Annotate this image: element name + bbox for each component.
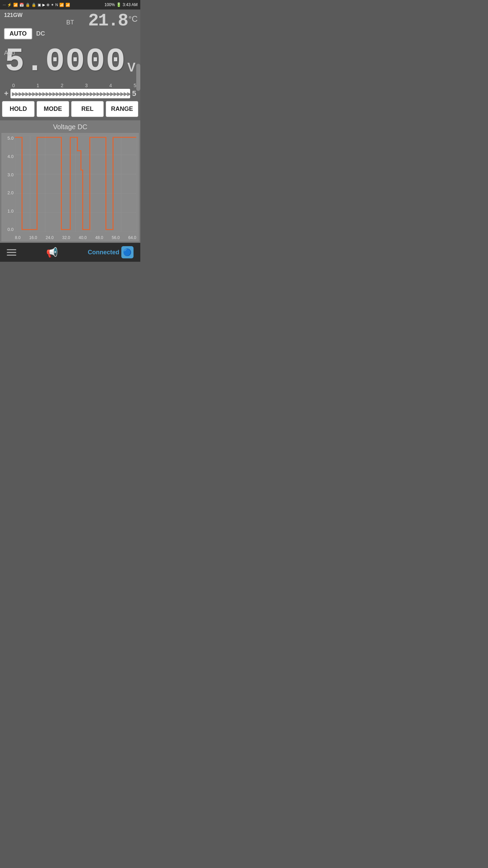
mode-button[interactable]: MODE bbox=[37, 101, 69, 117]
scale-right-num: 5 bbox=[132, 89, 136, 98]
scale-label-3: 3 bbox=[85, 83, 88, 88]
x-label-48: 48.0 bbox=[95, 235, 103, 240]
main-value-display: 5.0000 V bbox=[4, 45, 136, 78]
status-right: 100% 🔋 3:43 AM bbox=[104, 2, 138, 7]
x-label-32: 32.0 bbox=[62, 235, 70, 240]
main-reading: 5.0000 bbox=[5, 45, 126, 78]
y-label-3: 3.0 bbox=[3, 172, 14, 177]
bottom-bar: 📢 Connected 🔵 bbox=[0, 243, 140, 262]
connected-area: Connected 🔵 bbox=[88, 246, 134, 258]
status-icons-left: ··· ⚡ 📶 📅 🔒 🔒 ▣ ▶ ⊕ ✶ N 📶 📶 bbox=[3, 3, 70, 7]
x-label-64: 64.0 bbox=[128, 235, 136, 240]
y-label-5: 5.0 bbox=[3, 136, 14, 141]
y-label-2: 2.0 bbox=[3, 190, 14, 195]
scale-labels: 0 1 2 3 4 5 bbox=[4, 83, 136, 89]
chart-container: 5.0 4.0 3.0 2.0 1.0 0.0 bbox=[1, 133, 139, 241]
bluetooth-icon: 🔵 bbox=[121, 246, 134, 258]
arrow-bar: ▶▶▶▶▶▶▶▶▶▶▶▶▶▶▶▶▶▶▶▶▶▶▶▶▶▶▶▶▶▶▶▶▶▶▶▶▶ bbox=[11, 89, 130, 98]
hold-button[interactable]: HOLD bbox=[2, 101, 35, 117]
scale-label-5: 5 bbox=[134, 83, 136, 88]
battery-level: 100% bbox=[104, 2, 115, 7]
speaker-icon: 📢 bbox=[46, 247, 58, 258]
auto-button[interactable]: AUTO bbox=[4, 28, 32, 39]
unit-label: V bbox=[127, 60, 136, 75]
x-label-16: 16.0 bbox=[29, 235, 37, 240]
reading-area: Apo 5.0000 V bbox=[0, 43, 140, 81]
y-label-4: 4.0 bbox=[3, 154, 14, 159]
y-label-1: 1.0 bbox=[3, 209, 14, 214]
x-label-56: 56.0 bbox=[112, 235, 120, 240]
arrows: ▶▶▶▶▶▶▶▶▶▶▶▶▶▶▶▶▶▶▶▶▶▶▶▶▶▶▶▶▶▶▶▶▶▶▶▶▶ bbox=[12, 91, 130, 97]
scale-label-4: 4 bbox=[109, 83, 112, 88]
time-display: 3:43 AM bbox=[123, 2, 138, 7]
top-section: 121GW 21.8 °C BT AUTO DC bbox=[0, 9, 140, 43]
connected-label: Connected bbox=[88, 249, 119, 256]
rel-button[interactable]: REL bbox=[71, 101, 104, 117]
scale-label-2: 2 bbox=[61, 83, 63, 88]
temp-unit: °C bbox=[128, 14, 138, 24]
scale-bar-section: 0 1 2 3 4 5 + ▶▶▶▶▶▶▶▶▶▶▶▶▶▶▶▶▶▶▶▶▶▶▶▶▶▶… bbox=[0, 81, 140, 101]
chart-x-labels: 8.0 16.0 24.0 32.0 40.0 48.0 56.0 64.0 bbox=[15, 235, 136, 240]
range-button[interactable]: RANGE bbox=[106, 101, 138, 117]
y-label-0: 0.0 bbox=[3, 227, 14, 232]
chart-title: Voltage DC bbox=[1, 123, 139, 131]
chart-y-labels: 5.0 4.0 3.0 2.0 1.0 0.0 bbox=[3, 136, 14, 232]
menu-line-2 bbox=[7, 252, 16, 253]
scale-row: + ▶▶▶▶▶▶▶▶▶▶▶▶▶▶▶▶▶▶▶▶▶▶▶▶▶▶▶▶▶▶▶▶▶▶▶▶▶ … bbox=[4, 89, 136, 98]
chart-section: Voltage DC 5.0 4.0 3.0 2.0 1.0 0.0 bbox=[0, 120, 140, 243]
voltage-chart bbox=[15, 136, 136, 232]
menu-line-3 bbox=[7, 255, 16, 256]
x-label-8: 8.0 bbox=[15, 235, 21, 240]
x-label-40: 40.0 bbox=[79, 235, 86, 240]
scrollbar[interactable] bbox=[136, 64, 140, 91]
dc-label: DC bbox=[36, 30, 45, 37]
menu-icon[interactable] bbox=[7, 249, 16, 256]
apo-label: Apo bbox=[4, 50, 15, 57]
scale-label-1: 1 bbox=[37, 83, 39, 88]
temp-value: 21.8 bbox=[88, 12, 128, 30]
control-buttons: HOLD MODE REL RANGE bbox=[0, 101, 140, 120]
plus-sign: + bbox=[4, 89, 8, 98]
menu-line-1 bbox=[7, 249, 16, 250]
battery-icon: 🔋 bbox=[116, 2, 121, 7]
x-label-24: 24.0 bbox=[46, 235, 54, 240]
scale-label-0: 0 bbox=[12, 83, 15, 88]
status-bar: ··· ⚡ 📶 📅 🔒 🔒 ▣ ▶ ⊕ ✶ N 📶 📶 100% 🔋 3:43 … bbox=[0, 0, 140, 9]
temperature-display: 21.8 °C bbox=[88, 12, 138, 30]
